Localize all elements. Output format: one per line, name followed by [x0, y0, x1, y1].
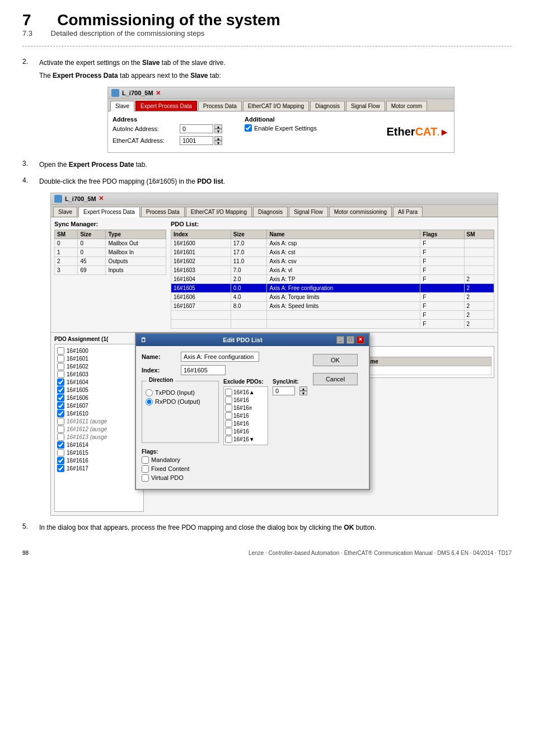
exclude-check[interactable]: [225, 420, 232, 427]
rxpdo-radio[interactable]: [146, 398, 153, 405]
dialog-close[interactable]: ✕: [357, 336, 364, 344]
pdo-flags: F: [420, 310, 464, 319]
pdo-size: 17.0: [231, 248, 267, 256]
dialog-name-input[interactable]: [181, 352, 259, 362]
pdo-index: 16#1606: [171, 292, 231, 301]
pdo-check[interactable]: [57, 441, 64, 449]
window-2-tabs: Slave Expert Process Data Process Data E…: [51, 205, 498, 217]
tab2-expert-process-data[interactable]: Expert Process Data: [78, 207, 140, 217]
dialog-name-row: Name:: [142, 352, 307, 362]
sync-manager-table: SM Size Type 0 0 Mailbox Out 1: [54, 230, 166, 275]
sync-unit-spinner[interactable]: ▲ ▼: [299, 386, 307, 395]
dialog-index-input[interactable]: [181, 365, 226, 375]
pdo-flags: F: [420, 292, 464, 301]
autoinc-up[interactable]: ▲: [214, 124, 222, 129]
dialog-restore[interactable]: □: [346, 336, 354, 344]
autoinc-down[interactable]: ▼: [214, 129, 222, 133]
txpdo-radio[interactable]: [146, 389, 153, 396]
ethercat-spinner[interactable]: ▲ ▼: [214, 136, 222, 145]
pdo-name: Axis A: TP: [267, 274, 420, 283]
pdo-sm: 2: [464, 310, 494, 319]
autoinc-spinner[interactable]: ▲ ▼: [214, 124, 222, 133]
tab-slave[interactable]: Slave: [110, 101, 134, 111]
sync-unit-input[interactable]: [273, 386, 295, 395]
pdo-id: 16#1605: [67, 387, 88, 393]
step-4-body: Double-click the free PDO mapping (16#16…: [39, 176, 512, 187]
pdo-id: 16#1610: [67, 410, 88, 417]
pdo-check[interactable]: [57, 394, 64, 402]
sync-unit-down[interactable]: ▼: [299, 391, 307, 395]
tab-diagnosis[interactable]: Diagnosis: [310, 101, 345, 111]
rxpdo-label: RxPDO (Output): [155, 398, 200, 405]
pdo-index: 16#1600: [171, 239, 231, 248]
tab-ethercat-io[interactable]: EtherCAT I/O Mapping: [243, 101, 309, 111]
ethercat-up[interactable]: ▲: [214, 136, 222, 141]
mandatory-label: Mandatory: [151, 456, 180, 463]
exclude-check[interactable]: [225, 389, 232, 396]
mandatory-check[interactable]: [142, 456, 149, 464]
virtual-pdo-check[interactable]: [142, 474, 149, 482]
tab2-all-para[interactable]: All Para: [393, 207, 423, 217]
exclude-check[interactable]: [225, 428, 232, 435]
pdo-flags: F: [420, 248, 464, 256]
pdo-check[interactable]: [57, 371, 64, 378]
enable-expert-checkbox[interactable]: [245, 124, 252, 132]
tab-motor-comm[interactable]: Motor comm: [386, 101, 428, 111]
exclude-value: 16#16: [233, 397, 249, 403]
list-item: 16#16: [225, 396, 266, 404]
cancel-button[interactable]: Cancel: [313, 373, 358, 385]
tab2-diagnosis[interactable]: Diagnosis: [253, 207, 288, 217]
tab-signal-flow[interactable]: Signal Flow: [346, 101, 385, 111]
pdo-check[interactable]: [57, 386, 64, 394]
pdo-check[interactable]: [57, 418, 64, 425]
pdo-check[interactable]: [57, 379, 64, 386]
pdo-check[interactable]: [57, 465, 64, 472]
pdo-check[interactable]: [57, 410, 64, 417]
tab2-signal-flow[interactable]: Signal Flow: [289, 207, 328, 217]
table-row: 16#1602 11.0 Axis A: csv F: [171, 256, 494, 265]
pdo-size: 0.0: [231, 283, 267, 292]
pdo-name: Axis A: vl: [267, 265, 420, 274]
pdo-name: [267, 310, 420, 319]
pdo-id: 16#1611 (ausge: [67, 418, 107, 424]
table-row: F 2: [171, 310, 494, 319]
tab2-motor-commissioning[interactable]: Motor commissioning: [329, 207, 392, 217]
dialog-minimize[interactable]: _: [336, 336, 344, 344]
exclude-check[interactable]: [225, 436, 232, 443]
sm-col-sm: SM: [55, 230, 78, 239]
list-item: 16#1605: [57, 386, 141, 394]
tab2-slave[interactable]: Slave: [53, 207, 77, 217]
tab2-ethercat-io[interactable]: EtherCAT I/O Mapping: [186, 207, 252, 217]
exclude-check[interactable]: [225, 412, 232, 419]
tab2-process-data[interactable]: Process Data: [141, 207, 185, 217]
pdo-check[interactable]: [57, 449, 64, 456]
table-row: 16#1603 7.0 Axis A: vl F: [171, 265, 494, 274]
table-row-selected[interactable]: 16#1605 0.0 Axis A: Free configuration 2: [171, 283, 494, 292]
exclude-value: 16#16: [233, 428, 249, 435]
pdo-check[interactable]: [57, 426, 64, 433]
table-row: 1 0 Mailbox In: [55, 248, 166, 256]
sync-unit-up[interactable]: ▲: [299, 386, 307, 391]
tab-expert-process-data[interactable]: Expert Process Data: [135, 101, 197, 111]
exclude-check[interactable]: [225, 396, 232, 404]
pdo-check[interactable]: [57, 363, 64, 370]
address-section-label: Address: [113, 116, 222, 123]
pdo-check[interactable]: [57, 457, 64, 464]
pdo-check[interactable]: [57, 433, 64, 441]
fixed-content-check[interactable]: [142, 465, 149, 473]
dialog-name-label: Name:: [142, 353, 181, 360]
pdo-check[interactable]: [57, 402, 64, 409]
exclude-value: 16#16▲: [233, 389, 255, 395]
chapter-number: 7: [22, 11, 31, 29]
window-2-wrapper: L_i700_5M ✕ Slave Expert Process Data Pr…: [50, 193, 512, 516]
pdo-check[interactable]: [57, 347, 64, 354]
exclude-check[interactable]: [225, 404, 232, 412]
sync-unit-label: SyncUnit:: [273, 379, 307, 385]
ok-button[interactable]: OK: [313, 354, 358, 366]
pdo-check[interactable]: [57, 355, 64, 362]
ethercat-down[interactable]: ▼: [214, 141, 222, 145]
autoinc-input[interactable]: [180, 124, 213, 133]
tab-process-data[interactable]: Process Data: [198, 101, 242, 111]
list-item: 16#16▼: [225, 436, 266, 443]
ethercat-addr-input[interactable]: [180, 136, 213, 145]
